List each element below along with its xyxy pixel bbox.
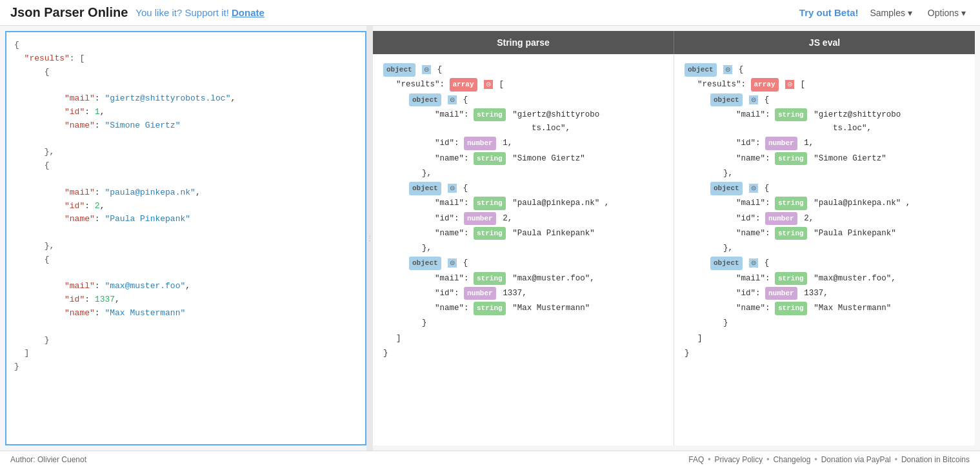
array-tag: array: [450, 78, 477, 92]
number-tag: number: [765, 287, 797, 300]
name3-row: "name": string "Max Mustermann": [435, 302, 663, 315]
obj2-fields: "mail": string "paula@pinkepa.nk" , "id"…: [409, 197, 663, 240]
collapse-obj1-btn[interactable]: ⊝: [749, 95, 758, 104]
obj3-fields: "mail": string "max@muster.foo", "id": n…: [409, 272, 663, 316]
id-row: "id": number 1,: [435, 137, 663, 150]
name-row2: "name": string "Simone Giertz": [736, 152, 965, 166]
root-close2: }: [685, 347, 965, 360]
js-eval-col: object ⊝ { "results": array ⊝ [ object: [674, 54, 975, 445]
try-beta-link[interactable]: Try out Beta!: [799, 7, 859, 18]
string-parse-col: object ⊝ { "results": array ⊝ [ object: [373, 54, 674, 445]
obj3-row: object ⊝ {: [409, 257, 663, 270]
id3-row: "id": number 1337,: [435, 287, 663, 300]
collapse-obj3-btn[interactable]: ⊝: [749, 258, 758, 268]
string-tag: string: [775, 272, 807, 286]
privacy-link[interactable]: Privacy Policy: [715, 455, 763, 464]
obj2-fields2: "mail": string "paula@pinkepa.nk" , "id"…: [710, 197, 965, 240]
footer-sep: •: [895, 455, 897, 464]
number-tag: number: [464, 287, 496, 300]
collapse-array-btn[interactable]: ⊝: [484, 80, 493, 89]
faq-link[interactable]: FAQ: [688, 455, 704, 464]
obj1-row: object ⊝ {: [409, 93, 663, 107]
mail2-row: "mail": string "paula@pinkepa.nk" ,: [435, 197, 663, 210]
collapse-btn[interactable]: ⊝: [723, 65, 732, 74]
mail-row2: "mail": string "giertz@shittyrobo ts.loc…: [736, 108, 965, 136]
object-tag: object: [383, 63, 415, 77]
mail2-row2: "mail": string "paula@pinkepa.nk" ,: [736, 197, 965, 210]
root-children: "results": array ⊝ [ object ⊝ {: [383, 78, 663, 346]
header-right: Try out Beta! Samples Options: [799, 6, 970, 19]
col1-header: String parse: [373, 31, 674, 54]
object-tag: object: [710, 257, 743, 270]
obj2-close2: },: [710, 242, 965, 255]
object-tag: object: [710, 93, 743, 107]
id2-row: "id": number 2,: [435, 212, 663, 226]
panel-resizer[interactable]: ⋮: [366, 26, 373, 451]
array-items2: object ⊝ { "mail": string "giertz@shitty…: [697, 93, 965, 331]
footer-links: FAQ • Privacy Policy • Changelog • Donat…: [688, 455, 970, 464]
collapse-btn[interactable]: ⊝: [422, 65, 431, 74]
string-tag: string: [474, 152, 506, 166]
tree-node: object ⊝ {: [685, 63, 965, 77]
obj3-close2: }: [710, 317, 965, 330]
obj3-close: }: [409, 317, 663, 330]
obj1-fields2: "mail": string "giertz@shittyrobo ts.loc…: [710, 108, 965, 166]
right-header: String parse JS eval: [373, 31, 975, 54]
json-editor[interactable]: { "results": [ { "mail": "giertz@shittyr…: [5, 31, 366, 445]
id3-row2: "id": number 1337,: [736, 287, 965, 300]
right-content: object ⊝ { "results": array ⊝ [ object: [373, 54, 975, 445]
changelog-link[interactable]: Changelog: [773, 455, 810, 464]
obj3-row2: object ⊝ {: [710, 257, 965, 270]
collapse-obj3-btn[interactable]: ⊝: [448, 258, 457, 268]
obj1-fields: "mail": string "giertz@shittyrobo ts.loc…: [409, 108, 663, 166]
results-row2: "results": array ⊝ [: [697, 78, 965, 92]
footer: Author: Olivier Cuenot FAQ • Privacy Pol…: [0, 451, 980, 468]
footer-sep: •: [708, 455, 710, 464]
id-row2: "id": number 1,: [736, 137, 965, 150]
object-tag: object: [685, 63, 717, 77]
object-tag: object: [409, 182, 441, 195]
name2-row: "name": string "Paula Pinkepank": [435, 227, 663, 240]
obj1-row2: object ⊝ {: [710, 93, 965, 107]
string-tag: string: [474, 108, 506, 122]
number-tag: number: [765, 212, 797, 226]
donate-link[interactable]: Donate: [232, 7, 265, 18]
bitcoin-link[interactable]: Donation in Bitcoins: [901, 455, 970, 464]
name-row: "name": string "Simone Giertz": [435, 152, 663, 166]
options-dropdown[interactable]: Options: [924, 6, 970, 19]
string-tag: string: [775, 197, 807, 210]
obj2-row2: object ⊝ {: [710, 182, 965, 195]
footer-sep: •: [814, 455, 817, 464]
obj3-fields2: "mail": string "max@muster.foo", "id": n…: [710, 272, 965, 316]
tree-node: object ⊝ {: [383, 63, 663, 77]
samples-dropdown[interactable]: Samples: [866, 6, 916, 19]
string-tag: string: [474, 197, 506, 210]
name3-row2: "name": string "Max Mustermann": [736, 302, 965, 315]
string-tag: string: [474, 272, 506, 286]
string-tag: string: [775, 227, 807, 240]
paypal-link[interactable]: Donation via PayPal: [821, 455, 891, 464]
obj1-close: },: [409, 167, 663, 180]
collapse-array-btn[interactable]: ⊝: [785, 80, 794, 89]
object-tag: object: [409, 257, 441, 270]
mail-row: "mail": string "giertz@shittyrobo ts.loc…: [435, 108, 663, 136]
array-items: object ⊝ { "mail": string "giertz@shitty…: [396, 93, 663, 331]
name2-row2: "name": string "Paula Pinkepank": [736, 227, 965, 240]
tagline-text: You like it? Support it!: [135, 7, 229, 18]
string-tag: string: [775, 108, 807, 122]
object-tag: object: [409, 93, 441, 107]
array-close: ]: [396, 332, 663, 346]
header: Json Parser Online You like it? Support …: [0, 0, 980, 26]
number-tag: number: [765, 137, 797, 150]
author-text: Author: Olivier Cuenot: [10, 455, 86, 464]
collapse-obj2-btn[interactable]: ⊝: [749, 184, 758, 193]
mail3-row2: "mail": string "max@muster.foo",: [736, 272, 965, 286]
root-children2: "results": array ⊝ [ object ⊝ {: [685, 78, 965, 346]
collapse-obj2-btn[interactable]: ⊝: [448, 184, 457, 193]
obj1-close2: },: [710, 167, 965, 180]
number-tag: number: [464, 137, 496, 150]
string-tag: string: [775, 302, 807, 315]
json-content[interactable]: { "results": [ { "mail": "giertz@shittyr…: [14, 39, 357, 374]
collapse-obj1-btn[interactable]: ⊝: [448, 95, 457, 104]
col2-header: JS eval: [674, 31, 975, 54]
